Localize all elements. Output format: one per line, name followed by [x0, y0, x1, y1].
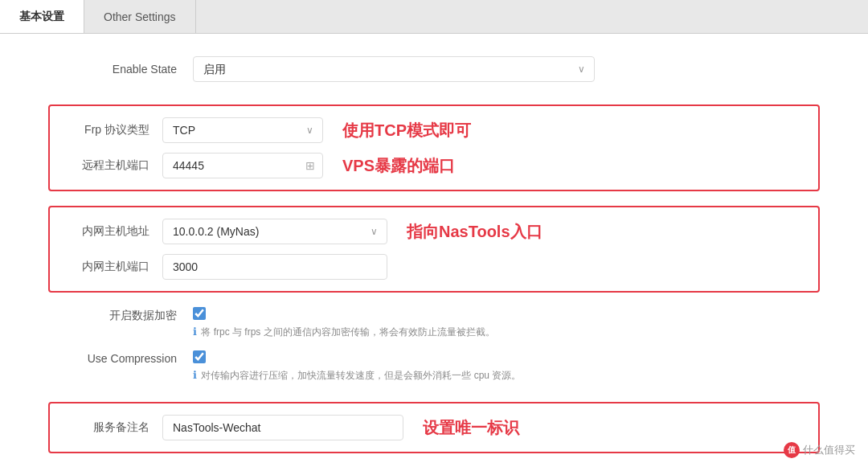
frp-protocol-select-wrap: TCP: [162, 117, 323, 143]
encrypt-help-icon: ℹ: [193, 326, 197, 338]
intranet-host-select[interactable]: 10.0.0.2 (MyNas): [162, 219, 387, 244]
frp-protocol-select[interactable]: TCP: [162, 117, 323, 143]
compression-row: Use Compression ℹ 对传输内容进行压缩，加快流量转发速度，但是会…: [0, 350, 868, 383]
watermark: 值 什么值得买: [784, 442, 855, 458]
frp-remote-port-label: 远程主机端口: [66, 158, 162, 173]
frp-protocol-row: Frp 协议类型 TCP 使用TCP模式即可: [66, 117, 802, 143]
port-icon: ⊞: [305, 159, 315, 172]
watermark-text: 什么值得买: [803, 443, 855, 457]
encrypt-row: 开启数据加密 ℹ 将 frpc 与 frps 之间的通信内容加密传输，将会有效防…: [0, 307, 868, 339]
intranet-port-wrap: [162, 254, 387, 280]
service-name-row: 服务备注名 设置唯一标识: [66, 415, 802, 440]
tab-other[interactable]: Other Settings: [84, 0, 196, 33]
compression-help-icon: ℹ: [193, 369, 197, 381]
enable-state-row: Enable State 启用: [0, 56, 868, 82]
enable-state-label: Enable State: [48, 63, 193, 76]
intranet-port-row: 内网主机端口: [66, 254, 802, 280]
frp-protocol-hint: 使用TCP模式即可: [342, 120, 471, 141]
encrypt-content: ℹ 将 frpc 与 frps 之间的通信内容加密传输，将会有效防止流量被拦截。: [193, 307, 820, 339]
watermark-icon: 值: [784, 442, 800, 458]
intranet-host-hint: 指向NasTools入口: [407, 221, 542, 243]
frp-remote-port-hint: VPS暴露的端口: [342, 155, 455, 177]
frp-protocol-label: Frp 协议类型: [66, 123, 162, 137]
compression-hint: ℹ 对传输内容进行压缩，加快流量转发速度，但是会额外消耗一些 cpu 资源。: [193, 369, 820, 383]
intranet-section: 内网主机地址 10.0.0.2 (MyNas) 指向NasTools入口 内网主…: [48, 206, 820, 293]
encrypt-label: 开启数据加密: [48, 307, 193, 323]
tab-bar: 基本设置 Other Settings: [0, 0, 868, 34]
service-name-input[interactable]: [162, 415, 403, 440]
intranet-host-select-wrap: 10.0.0.2 (MyNas): [162, 219, 387, 244]
intranet-port-label: 内网主机端口: [66, 260, 162, 274]
enable-state-select[interactable]: 启用: [193, 56, 595, 82]
service-section: 服务备注名 设置唯一标识: [48, 402, 820, 453]
main-content: Enable State 启用 Frp 协议类型 TCP 使用TCP模式即可 远…: [0, 34, 868, 471]
service-name-label: 服务备注名: [66, 420, 162, 435]
compression-content: ℹ 对传输内容进行压缩，加快流量转发速度，但是会额外消耗一些 cpu 资源。: [193, 350, 820, 383]
service-name-wrap: [162, 415, 403, 440]
frp-remote-port-row: 远程主机端口 ⊞ VPS暴露的端口: [66, 153, 802, 178]
enable-state-select-wrap: 启用: [193, 56, 595, 82]
tab-basic[interactable]: 基本设置: [0, 0, 84, 33]
intranet-host-label: 内网主机地址: [66, 224, 162, 239]
intranet-host-row: 内网主机地址 10.0.0.2 (MyNas) 指向NasTools入口: [66, 219, 802, 244]
frp-remote-port-input[interactable]: [162, 153, 323, 178]
compression-label: Use Compression: [48, 350, 193, 365]
intranet-port-input[interactable]: [162, 254, 387, 280]
compression-checkbox[interactable]: [193, 350, 206, 363]
encrypt-checkbox[interactable]: [193, 307, 206, 320]
service-name-hint: 设置唯一标识: [423, 417, 519, 439]
encrypt-hint: ℹ 将 frpc 与 frps 之间的通信内容加密传输，将会有效防止流量被拦截。: [193, 326, 820, 339]
frp-section: Frp 协议类型 TCP 使用TCP模式即可 远程主机端口 ⊞ VPS暴露的端口: [48, 104, 820, 191]
frp-remote-port-wrap: ⊞: [162, 153, 323, 178]
